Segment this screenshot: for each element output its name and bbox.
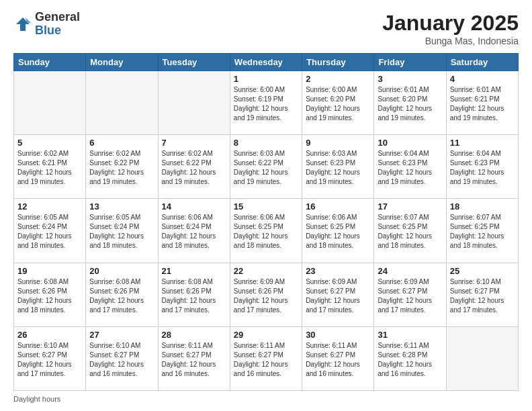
calendar-cell: 11Sunrise: 6:04 AM Sunset: 6:23 PM Dayli…: [446, 135, 518, 199]
calendar-week-2: 12Sunrise: 6:05 AM Sunset: 6:24 PM Dayli…: [14, 199, 519, 263]
calendar-header-row: SundayMondayTuesdayWednesdayThursdayFrid…: [14, 54, 519, 71]
calendar-cell: 13Sunrise: 6:05 AM Sunset: 6:24 PM Dayli…: [86, 199, 158, 263]
logo-text: General Blue: [35, 11, 80, 38]
calendar-cell: 10Sunrise: 6:04 AM Sunset: 6:23 PM Dayli…: [374, 135, 446, 199]
day-number: 17: [378, 201, 442, 212]
day-info: Sunrise: 6:01 AM Sunset: 6:21 PM Dayligh…: [450, 85, 515, 123]
col-header-thursday: Thursday: [302, 54, 374, 71]
calendar-cell: 23Sunrise: 6:09 AM Sunset: 6:27 PM Dayli…: [302, 263, 374, 326]
header: General Blue January 2025 Bunga Mas, Ind…: [13, 11, 519, 46]
day-number: 8: [234, 138, 298, 148]
calendar-cell: 27Sunrise: 6:10 AM Sunset: 6:27 PM Dayli…: [86, 326, 158, 390]
col-header-tuesday: Tuesday: [158, 54, 230, 71]
day-number: 21: [162, 266, 226, 276]
day-info: Sunrise: 6:00 AM Sunset: 6:19 PM Dayligh…: [234, 85, 298, 123]
day-number: 26: [17, 330, 82, 340]
calendar-cell: 7Sunrise: 6:02 AM Sunset: 6:22 PM Daylig…: [158, 135, 230, 199]
calendar-cell: 24Sunrise: 6:09 AM Sunset: 6:27 PM Dayli…: [374, 263, 446, 326]
day-info: Sunrise: 6:05 AM Sunset: 6:24 PM Dayligh…: [17, 213, 82, 250]
title-section: January 2025 Bunga Mas, Indonesia: [382, 11, 519, 46]
day-info: Sunrise: 6:04 AM Sunset: 6:23 PM Dayligh…: [450, 149, 515, 187]
day-info: Sunrise: 6:02 AM Sunset: 6:21 PM Dayligh…: [17, 149, 82, 187]
day-info: Sunrise: 6:06 AM Sunset: 6:24 PM Dayligh…: [162, 213, 226, 250]
month-title: January 2025: [382, 11, 519, 36]
day-number: 11: [450, 138, 515, 148]
day-info: Sunrise: 6:07 AM Sunset: 6:25 PM Dayligh…: [378, 213, 442, 250]
calendar-cell: 14Sunrise: 6:06 AM Sunset: 6:24 PM Dayli…: [158, 199, 230, 263]
col-header-sunday: Sunday: [14, 54, 86, 71]
day-info: Sunrise: 6:11 AM Sunset: 6:28 PM Dayligh…: [378, 341, 442, 379]
day-number: 20: [89, 266, 154, 276]
calendar-cell: 19Sunrise: 6:08 AM Sunset: 6:26 PM Dayli…: [14, 263, 86, 326]
day-number: 1: [234, 74, 298, 84]
calendar-cell: 21Sunrise: 6:08 AM Sunset: 6:26 PM Dayli…: [158, 263, 230, 326]
day-info: Sunrise: 6:10 AM Sunset: 6:27 PM Dayligh…: [89, 341, 154, 379]
calendar-week-0: 1Sunrise: 6:00 AM Sunset: 6:19 PM Daylig…: [14, 71, 519, 135]
day-info: Sunrise: 6:08 AM Sunset: 6:26 PM Dayligh…: [162, 277, 226, 315]
day-number: 14: [162, 201, 226, 212]
calendar-cell: [14, 71, 86, 135]
calendar-cell: 9Sunrise: 6:03 AM Sunset: 6:23 PM Daylig…: [302, 135, 374, 199]
calendar-cell: [158, 71, 230, 135]
day-info: Sunrise: 6:05 AM Sunset: 6:24 PM Dayligh…: [89, 213, 154, 250]
day-number: 6: [89, 138, 154, 148]
day-number: 23: [306, 266, 370, 276]
calendar-cell: 12Sunrise: 6:05 AM Sunset: 6:24 PM Dayli…: [14, 199, 86, 263]
logo: General Blue: [13, 11, 80, 38]
day-number: 3: [378, 74, 442, 84]
day-info: Sunrise: 6:03 AM Sunset: 6:22 PM Dayligh…: [234, 149, 298, 187]
day-info: Sunrise: 6:02 AM Sunset: 6:22 PM Dayligh…: [162, 149, 226, 187]
day-info: Sunrise: 6:10 AM Sunset: 6:27 PM Dayligh…: [17, 341, 82, 379]
day-number: 18: [450, 201, 515, 212]
day-number: 15: [234, 201, 298, 212]
calendar-week-3: 19Sunrise: 6:08 AM Sunset: 6:26 PM Dayli…: [14, 263, 519, 326]
calendar-cell: 30Sunrise: 6:11 AM Sunset: 6:27 PM Dayli…: [302, 326, 374, 390]
calendar-cell: 3Sunrise: 6:01 AM Sunset: 6:20 PM Daylig…: [374, 71, 446, 135]
calendar-cell: 18Sunrise: 6:07 AM Sunset: 6:25 PM Dayli…: [446, 199, 518, 263]
calendar-cell: 29Sunrise: 6:11 AM Sunset: 6:27 PM Dayli…: [230, 326, 302, 390]
day-info: Sunrise: 6:09 AM Sunset: 6:27 PM Dayligh…: [378, 277, 442, 315]
col-header-friday: Friday: [374, 54, 446, 71]
calendar-cell: 16Sunrise: 6:06 AM Sunset: 6:25 PM Dayli…: [302, 199, 374, 263]
calendar-cell: 8Sunrise: 6:03 AM Sunset: 6:22 PM Daylig…: [230, 135, 302, 199]
logo-general-text: General: [35, 11, 80, 24]
calendar-week-4: 26Sunrise: 6:10 AM Sunset: 6:27 PM Dayli…: [14, 326, 519, 390]
calendar-cell: 15Sunrise: 6:06 AM Sunset: 6:25 PM Dayli…: [230, 199, 302, 263]
page: General Blue January 2025 Bunga Mas, Ind…: [0, 0, 532, 411]
calendar-week-1: 5Sunrise: 6:02 AM Sunset: 6:21 PM Daylig…: [14, 135, 519, 199]
logo-icon: [13, 15, 32, 34]
location: Bunga Mas, Indonesia: [382, 36, 519, 46]
calendar-cell: 31Sunrise: 6:11 AM Sunset: 6:28 PM Dayli…: [374, 326, 446, 390]
day-number: 12: [17, 201, 82, 212]
calendar-cell: 1Sunrise: 6:00 AM Sunset: 6:19 PM Daylig…: [230, 71, 302, 135]
day-info: Sunrise: 6:08 AM Sunset: 6:26 PM Dayligh…: [17, 277, 82, 315]
calendar-cell: [446, 326, 518, 390]
footer-note: Daylight hours: [13, 395, 519, 403]
day-info: Sunrise: 6:11 AM Sunset: 6:27 PM Dayligh…: [162, 341, 226, 379]
day-number: 16: [306, 201, 370, 212]
day-number: 7: [162, 138, 226, 148]
col-header-saturday: Saturday: [446, 54, 518, 71]
day-number: 9: [306, 138, 370, 148]
day-info: Sunrise: 6:06 AM Sunset: 6:25 PM Dayligh…: [234, 213, 298, 250]
day-number: 25: [450, 266, 515, 276]
day-number: 2: [306, 74, 370, 84]
day-number: 13: [89, 201, 154, 212]
calendar-cell: 5Sunrise: 6:02 AM Sunset: 6:21 PM Daylig…: [14, 135, 86, 199]
day-number: 30: [306, 330, 370, 340]
day-number: 27: [89, 330, 154, 340]
day-info: Sunrise: 6:08 AM Sunset: 6:26 PM Dayligh…: [89, 277, 154, 315]
day-info: Sunrise: 6:07 AM Sunset: 6:25 PM Dayligh…: [450, 213, 515, 250]
calendar-cell: 17Sunrise: 6:07 AM Sunset: 6:25 PM Dayli…: [374, 199, 446, 263]
calendar-cell: 6Sunrise: 6:02 AM Sunset: 6:22 PM Daylig…: [86, 135, 158, 199]
calendar-cell: 2Sunrise: 6:00 AM Sunset: 6:20 PM Daylig…: [302, 71, 374, 135]
calendar-cell: 4Sunrise: 6:01 AM Sunset: 6:21 PM Daylig…: [446, 71, 518, 135]
col-header-monday: Monday: [86, 54, 158, 71]
col-header-wednesday: Wednesday: [230, 54, 302, 71]
calendar-cell: 22Sunrise: 6:09 AM Sunset: 6:26 PM Dayli…: [230, 263, 302, 326]
calendar-cell: 26Sunrise: 6:10 AM Sunset: 6:27 PM Dayli…: [14, 326, 86, 390]
day-info: Sunrise: 6:00 AM Sunset: 6:20 PM Dayligh…: [306, 85, 370, 123]
day-number: 4: [450, 74, 515, 84]
day-info: Sunrise: 6:02 AM Sunset: 6:22 PM Dayligh…: [89, 149, 154, 187]
calendar-cell: 28Sunrise: 6:11 AM Sunset: 6:27 PM Dayli…: [158, 326, 230, 390]
